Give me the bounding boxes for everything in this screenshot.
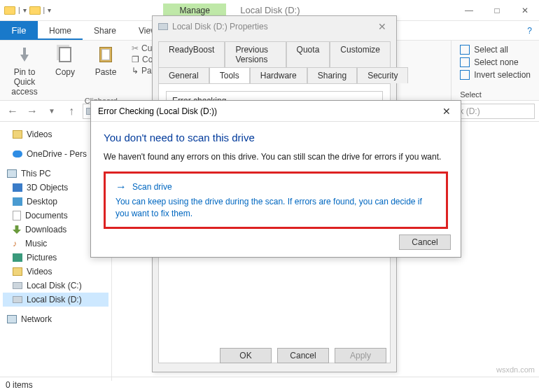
drive-d-icon [13,296,22,303]
quick-access-toolbar: | ▾ | ▾ [0,6,51,15]
document-icon [13,211,21,220]
tab-readyboost[interactable]: ReadyBoost [158,41,225,67]
error-checking-heading: You don't need to scan this drive [104,132,448,144]
invert-icon [460,70,470,80]
qat-divider-1: | [18,6,20,14]
tab-sharing[interactable]: Sharing [307,67,357,83]
pin-icon [18,48,31,62]
desktop-icon [13,197,22,206]
tab-customize[interactable]: Customize [330,41,391,67]
select-group-label: Select [460,90,531,99]
properties-apply-button[interactable]: Apply [335,348,386,363]
music-icon: ♪ [13,239,21,248]
status-items: 0 items [6,380,33,390]
pasteshortcut-icon: ↳ [132,66,139,76]
tree-disk-c[interactable]: Local Disk (C:) [3,279,108,293]
window-title: Local Disk (D:) [240,5,300,15]
properties-close-button[interactable]: ✕ [368,21,396,32]
tab-quota[interactable]: Quota [286,41,330,67]
select-none-button[interactable]: Select none [460,57,531,67]
copy-icon [59,47,71,62]
history-dropdown[interactable]: ▼ [43,107,60,115]
qat-chev-2[interactable]: ▾ [48,6,51,14]
back-button[interactable]: ← [4,105,21,118]
home-tab[interactable]: Home [38,21,83,40]
error-checking-message: We haven't found any errors on this driv… [104,152,448,162]
forward-button[interactable]: → [24,105,41,118]
folder-icon [4,6,15,15]
picture-icon [13,253,22,262]
copypath-icon: ❐ [132,55,139,64]
tree-videos-2[interactable]: Videos [3,265,108,279]
error-checking-close-button[interactable]: ✕ [433,106,461,117]
select-all-button[interactable]: Select all [460,45,531,55]
maximize-button[interactable]: □ [483,0,511,21]
qat-chev-1[interactable]: ▾ [23,6,27,14]
arrow-right-icon: → [115,181,127,193]
selectnone-icon [460,57,470,67]
close-button[interactable]: ✕ [511,0,539,21]
error-checking-dialog: Error Checking (Local Disk (D:)) ✕ You d… [90,100,461,258]
tab-previous-versions[interactable]: Previous Versions [225,41,286,67]
cube-icon [13,183,22,192]
copy-button[interactable]: Copy [48,43,83,97]
invert-selection-button[interactable]: Invert selection [460,70,531,80]
status-bar: 0 items [0,377,539,392]
paste-button[interactable]: Paste [88,43,123,97]
minimize-button[interactable]: — [455,0,483,21]
video-icon [13,130,22,139]
tab-security[interactable]: Security [357,67,408,83]
drive-icon-props [158,23,168,30]
tab-tools[interactable]: Tools [209,67,250,83]
properties-title: Local Disk (D:) Properties [172,22,268,31]
drive-c-icon [13,282,22,289]
error-checking-title: Error Checking (Local Disk (D:)) [98,106,217,116]
file-tab[interactable]: File [0,21,38,40]
cut-icon: ✂ [132,43,139,53]
properties-ok-button[interactable]: OK [220,348,272,363]
selectall-icon [460,45,470,55]
tree-disk-d[interactable]: Local Disk (D:) [3,293,108,307]
paste-icon [99,47,112,62]
network-icon [7,315,17,323]
onedrive-icon [13,150,22,158]
tab-hardware[interactable]: Hardware [250,67,307,83]
scan-drive-label: Scan drive [132,182,172,192]
error-checking-cancel-button[interactable]: Cancel [399,234,451,250]
pc-icon [7,169,17,178]
qat-divider-2: | [43,6,46,14]
pin-to-quick-access-button[interactable]: Pin to Quick access [7,43,42,97]
watermark: wsxdn.com [496,365,535,374]
share-tab[interactable]: Share [83,21,127,40]
up-button[interactable]: ↑ [63,105,80,118]
help-button[interactable]: ? [527,21,532,40]
tab-general[interactable]: General [158,67,209,83]
scan-drive-option[interactable]: → Scan drive You can keep using the driv… [104,172,448,229]
video-icon-2 [13,267,22,276]
download-icon [13,225,21,234]
scan-drive-description: You can keep using the drive during the … [115,196,436,220]
tree-network[interactable]: Network [3,312,108,326]
properties-cancel-button[interactable]: Cancel [277,348,329,363]
folder-icon-2 [29,6,41,15]
